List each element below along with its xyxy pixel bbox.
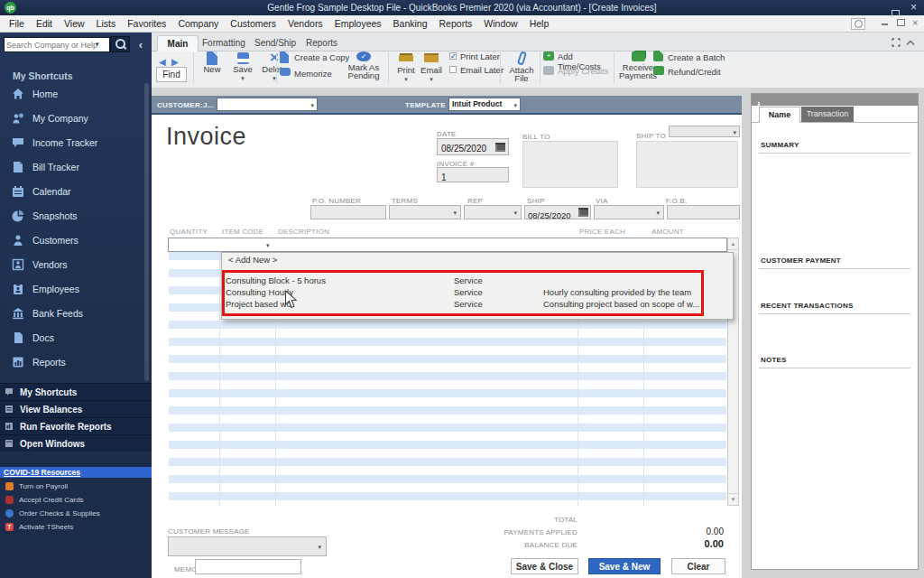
search-scope-caret-icon[interactable]: ▾: [96, 41, 99, 47]
covid-item-credit-cards[interactable]: Accept Credit Cards: [0, 494, 152, 506]
income-tracker-icon: [12, 136, 24, 149]
sidebar-item-bill-tracker[interactable]: Bill Tracker: [0, 154, 144, 179]
expand-icon[interactable]: [892, 38, 901, 47]
child-restore-button[interactable]: [897, 19, 905, 28]
menu-favorites[interactable]: Favorites: [127, 18, 166, 29]
date-field[interactable]: 08/25/2020: [437, 138, 509, 155]
mark-pending-button[interactable]: ✓ Mark As Pending: [343, 51, 384, 85]
menu-customers[interactable]: Customers: [230, 18, 276, 29]
customer-template-bar: CUSTOMER:J... ▾ TEMPLATE Intuit Product …: [152, 96, 742, 113]
covid-item-payroll[interactable]: Turn on Payroll: [0, 480, 152, 492]
bill-to-box[interactable]: [522, 141, 618, 188]
caret-down-icon: ▾: [310, 102, 314, 108]
attach-file-button[interactable]: Attach File: [504, 51, 540, 85]
apply-credits-button[interactable]: Apply Credits: [543, 65, 612, 79]
tab-send-ship[interactable]: Send/Ship: [254, 38, 296, 48]
menu-view[interactable]: View: [64, 18, 85, 29]
section-my-shortcuts[interactable]: My Shortcuts: [0, 383, 152, 400]
sidebar-item-snapshots[interactable]: Snapshots: [0, 203, 144, 228]
sidebar-item-bank-feeds[interactable]: Bank Feeds: [0, 301, 144, 325]
sidebar-item-vendors[interactable]: Vendors: [0, 252, 144, 276]
sidebar-item-reports[interactable]: Reports: [0, 350, 144, 374]
sidebar-item-home[interactable]: Home: [0, 81, 144, 106]
sidebar-item-my-company[interactable]: My Company: [0, 106, 144, 130]
via-dropdown[interactable]: ▾: [594, 205, 664, 219]
tab-formatting[interactable]: Formatting: [202, 38, 245, 48]
tab-reports[interactable]: Reports: [306, 38, 337, 48]
ship-to-dropdown[interactable]: ▾: [669, 126, 740, 137]
panel-collapse-bar[interactable]: ›: [752, 94, 918, 106]
tab-name[interactable]: Name: [759, 107, 800, 123]
save-button[interactable]: Save ▾: [227, 51, 258, 85]
reminders-clock-button[interactable]: [851, 18, 865, 30]
collapse-sidebar-button[interactable]: ‹: [133, 36, 149, 52]
section-divider: [759, 368, 910, 368]
sidebar-item-employees[interactable]: Employees: [0, 276, 144, 301]
item-code-caret-icon[interactable]: ▾: [266, 242, 270, 248]
section-divider: [759, 153, 910, 154]
terms-dropdown[interactable]: ▾: [389, 205, 461, 219]
sidebar-item-income-tracker[interactable]: Income Tracker: [0, 130, 144, 154]
col-amount: AMOUNT: [651, 228, 684, 236]
add-time-costs-button[interactable]: + Add Time/Costs: [543, 51, 612, 65]
close-button[interactable]: ×: [910, 0, 917, 15]
save-close-button[interactable]: Save & Close: [511, 558, 578, 574]
section-run-favorite-reports[interactable]: Run Favorite Reports: [0, 417, 152, 434]
ribbon: Main Formatting Send/Ship Reports ◀ ▶ Fi…: [152, 33, 924, 89]
child-close-button[interactable]: ×: [912, 17, 918, 28]
item-input-row[interactable]: ▾: [168, 238, 727, 252]
email-button[interactable]: Email ▾: [417, 51, 446, 85]
menu-file[interactable]: File: [9, 18, 24, 29]
calendar-icon[interactable]: [495, 143, 505, 152]
template-dropdown[interactable]: Intuit Product Inv... ▾: [448, 98, 521, 111]
search-button[interactable]: [110, 36, 130, 52]
find-button[interactable]: Find: [156, 67, 187, 82]
po-number-field[interactable]: [310, 205, 386, 219]
dropdown-add-new[interactable]: < Add New >: [228, 255, 277, 265]
menu-company[interactable]: Company: [178, 18, 218, 29]
save-new-button[interactable]: Save & New: [588, 558, 661, 574]
search-input[interactable]: [4, 37, 110, 52]
fob-label: F.O.B.: [666, 197, 687, 205]
sidebar-item-customers[interactable]: Customers: [0, 228, 144, 252]
memo-field[interactable]: [195, 559, 301, 574]
ship-date-value: 08/25/2020: [525, 210, 571, 220]
sidebar-item-docs[interactable]: Docs: [0, 325, 144, 350]
menu-employees[interactable]: Employees: [335, 18, 382, 29]
ship-to-box[interactable]: [636, 141, 738, 188]
customer-job-dropdown[interactable]: ▾: [217, 98, 318, 111]
new-button[interactable]: New: [197, 51, 227, 85]
menu-window[interactable]: Window: [484, 18, 517, 29]
refund-credit-button[interactable]: Refund/Credit: [653, 65, 725, 79]
scroll-down-icon[interactable]: ▼: [728, 493, 738, 505]
ship-date-field[interactable]: 08/25/2020: [524, 205, 591, 219]
fob-field[interactable]: [667, 205, 740, 219]
collapse-ribbon-icon[interactable]: [906, 40, 915, 46]
section-view-balances[interactable]: View Balances: [0, 400, 152, 417]
covid-resources-link[interactable]: COVID-19 Resources: [0, 467, 152, 478]
invoice-number-field[interactable]: 1: [437, 167, 509, 182]
terms-label: TERMS: [392, 197, 418, 205]
child-minimize-button[interactable]: [882, 19, 888, 28]
customer-message-dropdown[interactable]: ▾: [168, 536, 327, 556]
clear-button[interactable]: Clear: [671, 558, 725, 574]
menu-lists[interactable]: Lists: [97, 18, 116, 29]
calendar-icon[interactable]: [578, 208, 588, 217]
menu-edit[interactable]: Edit: [36, 18, 52, 29]
tab-transaction[interactable]: Transaction: [801, 107, 854, 122]
checkbox-empty-icon: [449, 66, 457, 73]
section-open-windows[interactable]: Open Windows: [0, 434, 152, 452]
create-batch-button[interactable]: Create a Batch: [653, 51, 725, 65]
covid-item-tsheets[interactable]: T Activate TSheets: [0, 521, 152, 533]
divider: [388, 52, 389, 83]
sidebar-item-calendar[interactable]: Calendar: [0, 179, 144, 203]
menu-help[interactable]: Help: [530, 18, 550, 29]
tab-main[interactable]: Main: [157, 35, 199, 51]
menu-reports[interactable]: Reports: [439, 18, 473, 29]
menu-vendors[interactable]: Vendors: [288, 18, 323, 29]
scroll-up-icon[interactable]: ▲: [728, 238, 738, 250]
covid-item-checks-supplies[interactable]: Order Checks & Supplies: [0, 508, 152, 519]
sidebar-scrollbar[interactable]: [144, 83, 149, 381]
rep-dropdown[interactable]: ▾: [464, 205, 522, 219]
menu-banking[interactable]: Banking: [393, 18, 428, 29]
